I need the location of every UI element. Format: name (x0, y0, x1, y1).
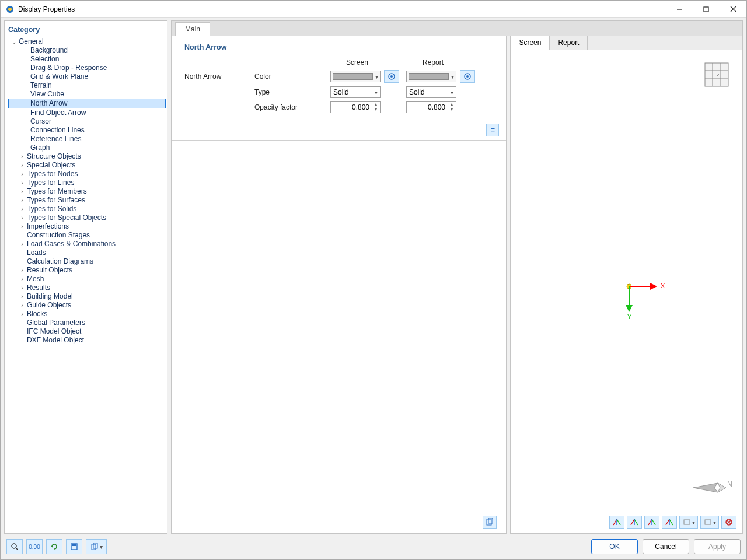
tree-item[interactable]: ›Types for Special Objects (8, 214, 166, 222)
opacity-screen-spinner[interactable]: ▴▾ (330, 102, 381, 113)
sync-columns-button[interactable]: = (486, 124, 499, 136)
dialog-footer: 0,00 ▾ OK Cancel Apply (1, 534, 746, 559)
tree-item[interactable]: Construction Stages (8, 231, 166, 240)
tree-item[interactable]: North Arrow (8, 99, 166, 108)
tree-item[interactable]: Selection (8, 55, 166, 64)
type-report-select[interactable]: Solid▾ (406, 86, 456, 98)
view--x-button[interactable] (609, 516, 624, 528)
tree-item[interactable]: Graph (8, 144, 166, 152)
close-button[interactable] (720, 1, 746, 18)
view-box-button[interactable]: ▾ (700, 516, 719, 528)
opacity-report-spinner[interactable]: ▴▾ (406, 102, 456, 113)
search-icon[interactable] (6, 539, 23, 554)
svg-marker-24 (718, 483, 726, 492)
svg-line-44 (16, 548, 18, 550)
preview-toolbar: ▾▾ (609, 516, 736, 528)
svg-line-32 (648, 519, 652, 525)
svg-rect-38 (684, 520, 690, 524)
category-tree-pane: Category ⌄GeneralBackgroundSelectionDrag… (4, 20, 167, 534)
svg-rect-10 (487, 519, 491, 525)
reset-icon[interactable] (46, 539, 62, 554)
color-screen-picker[interactable] (384, 70, 399, 83)
tree-item[interactable]: ›Results (8, 284, 166, 292)
copy-menu-icon[interactable]: ▾ (86, 539, 107, 554)
color-screen-dropdown[interactable]: ▾ (330, 71, 381, 82)
tree-item[interactable]: Grid & Work Plane (8, 72, 166, 81)
svg-line-35 (666, 519, 669, 525)
apply-button[interactable]: Apply (694, 539, 741, 554)
tree-item[interactable]: ›Types for Surfaces (8, 196, 166, 205)
tree-item[interactable]: ›Load Cases & Combinations (8, 240, 166, 249)
view--z-button[interactable] (644, 516, 659, 528)
minimize-button[interactable] (666, 1, 693, 18)
svg-point-43 (12, 544, 16, 548)
column-screen: Screen (330, 58, 384, 66)
svg-marker-23 (693, 483, 718, 492)
tree-item[interactable]: Global Parameters (8, 318, 166, 327)
tree-item[interactable]: ›Building Model (8, 292, 166, 301)
svg-rect-3 (704, 7, 708, 12)
tree-item[interactable]: Connection Lines (8, 126, 166, 135)
tree-item[interactable]: ›Special Objects (8, 161, 166, 170)
svg-point-7 (390, 75, 393, 78)
tree-item[interactable]: ›Structure Objects (8, 152, 166, 161)
copy-settings-button[interactable] (483, 516, 497, 528)
view-cube[interactable]: +Z (701, 60, 732, 90)
category-header: Category (7, 23, 166, 37)
svg-line-36 (669, 519, 673, 525)
svg-point-9 (466, 75, 469, 78)
svg-line-26 (613, 519, 617, 525)
row-label: North Arrow (184, 72, 254, 80)
tree-item[interactable]: Drag & Drop - Response (8, 64, 166, 72)
field-type-label: Type (254, 88, 330, 96)
tree-item[interactable]: ›Result Objects (8, 266, 166, 275)
tree-item[interactable]: ›Types for Lines (8, 178, 166, 187)
tree-item[interactable]: View Cube (8, 90, 166, 99)
tree-item[interactable]: ›Imperfections (8, 222, 166, 231)
svg-line-30 (634, 519, 638, 525)
tree-item[interactable]: Terrain (8, 81, 166, 90)
tree-item[interactable]: IFC Model Object (8, 327, 166, 336)
svg-rect-11 (488, 518, 493, 523)
ok-button[interactable]: OK (591, 539, 638, 554)
type-screen-select[interactable]: Solid▾ (330, 86, 381, 98)
svg-text:Y: Y (627, 313, 632, 320)
svg-line-29 (631, 519, 634, 525)
tree-item[interactable]: Cursor (8, 117, 166, 126)
tree-item[interactable]: Find Object Arrow (8, 108, 166, 117)
reset-view-button[interactable] (721, 516, 736, 528)
units-icon[interactable]: 0,00 (26, 539, 43, 554)
tree-item[interactable]: Calculation Diagrams (8, 257, 166, 266)
tab-main[interactable]: Main (175, 22, 210, 36)
tree-item[interactable]: ›Guide Objects (8, 301, 166, 310)
main-tabbar: Main (171, 20, 743, 36)
tree-item[interactable]: ›Types for Solids (8, 205, 166, 214)
svg-line-33 (652, 519, 655, 525)
cancel-button[interactable]: Cancel (643, 539, 689, 554)
color-report-dropdown[interactable]: ▾ (406, 71, 456, 82)
save-icon[interactable] (66, 539, 82, 554)
tree-item[interactable]: Reference Lines (8, 135, 166, 144)
svg-rect-39 (705, 520, 711, 524)
titlebar: Display Properties (1, 1, 746, 18)
tree-item-general[interactable]: ⌄General (8, 37, 166, 46)
tree-item[interactable]: ›Types for Members (8, 187, 166, 196)
svg-rect-47 (72, 544, 76, 546)
tree-item[interactable]: Loads (8, 249, 166, 257)
preview-tab-report[interactable]: Report (550, 36, 588, 50)
svg-line-27 (617, 519, 620, 525)
preview-tab-screen[interactable]: Screen (511, 36, 550, 50)
tree-item[interactable]: ›Mesh (8, 275, 166, 284)
app-icon (5, 5, 15, 14)
tree-item[interactable]: DXF Model Object (8, 336, 166, 345)
view-+z-button[interactable] (662, 516, 677, 528)
tree-item[interactable]: Background (8, 46, 166, 55)
tree-item[interactable]: ›Types for Nodes (8, 170, 166, 178)
view--y-button[interactable] (627, 516, 642, 528)
tree-item[interactable]: ›Blocks (8, 310, 166, 318)
view-iso-button[interactable]: ▾ (679, 516, 698, 528)
color-report-picker[interactable] (460, 70, 475, 83)
preview-pane: Screen Report +Z (510, 36, 743, 534)
maximize-button[interactable] (693, 1, 720, 18)
svg-text:X: X (661, 282, 665, 289)
